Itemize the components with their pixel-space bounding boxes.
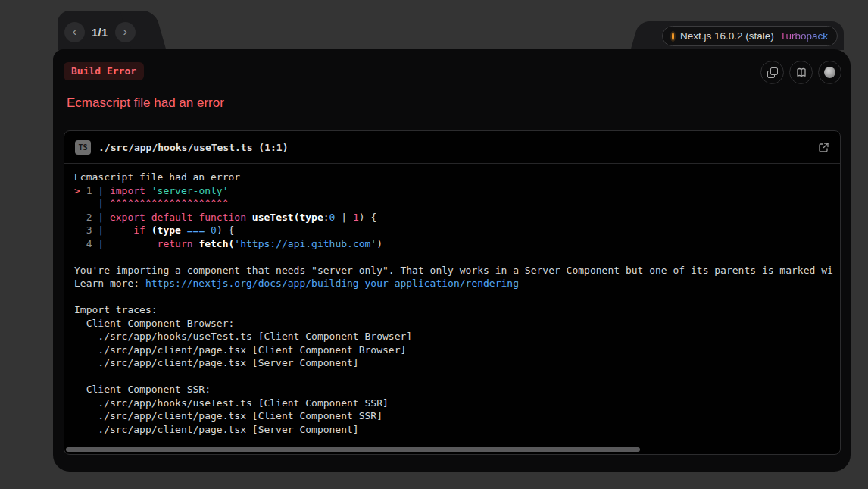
code-token: ./src/app/client/page.tsx [Server Compon… (74, 424, 359, 435)
code-line: ./src/app/client/page.tsx [Server Compon… (74, 423, 840, 437)
code-token: Client Component Browser: (74, 318, 234, 329)
code-token: Client Component SSR: (74, 384, 211, 395)
code-line: ./src/app/client/page.tsx [Client Compon… (74, 343, 840, 357)
copy-icon (767, 67, 778, 78)
code-line: ./src/app/hooks/useTest.ts [Client Compo… (74, 397, 840, 410)
pagination: ‹ 1/1 › (58, 11, 142, 42)
overlay-actions (760, 61, 841, 84)
code-frame-header: TS ./src/app/hooks/useTest.ts (1:1) (64, 131, 840, 164)
code-token: ^^^^^^^^^^^^^^^^^^^^ (110, 198, 229, 209)
code-line: Learn more: https://nextjs.org/docs/app/… (74, 277, 840, 290)
code-token (110, 224, 133, 236)
code-token: 1 (353, 212, 359, 223)
code-token: export (110, 212, 145, 223)
code-token: import (110, 185, 145, 196)
learn-more-link[interactable]: https://nextjs.org/docs/app/building-you… (145, 277, 519, 289)
code-token: 3 | (74, 224, 110, 236)
code-token: : (323, 212, 329, 223)
code-line: 4 | return fetch('https://api.github.com… (74, 237, 840, 251)
code-token: ./src/app/hooks/useTest.ts [Client Compo… (74, 331, 412, 342)
nextjs-dev-overlay: ‹ 1/1 › Next.js 16.0.2 (stale) Turbopack… (0, 0, 868, 489)
code-line: 2 | export default function useTest(type… (74, 211, 840, 224)
code-token: useTest(type (252, 212, 323, 223)
code-token: ./src/app/hooks/useTest.ts [Client Compo… (74, 397, 389, 409)
code-token: ./src/app/client/page.tsx [Client Compon… (74, 344, 406, 356)
code-line: 3 | if (type === 0) { (74, 224, 840, 237)
code-line (74, 250, 840, 264)
code-line: > 1 | import 'server-only' (74, 184, 840, 198)
code-token: ./src/app/client/page.tsx [Server Compon… (74, 357, 359, 368)
version-label: Next.js 16.0.2 (stale) (680, 30, 774, 42)
docs-button[interactable] (789, 61, 813, 84)
code-line: Ecmascript file had an error (74, 171, 840, 184)
version-badge[interactable]: Next.js 16.0.2 (stale) Turbopack (662, 26, 838, 46)
code-line: ./src/app/client/page.tsx [Server Compon… (74, 356, 840, 370)
code-token: Learn more: (74, 277, 145, 289)
code-token: | (335, 212, 352, 223)
next-error-button[interactable]: › (115, 22, 136, 42)
error-counter: 1/1 (92, 27, 108, 39)
external-link-icon (818, 142, 829, 153)
code-token (110, 238, 158, 249)
turbopack-label: Turbopack (780, 30, 828, 42)
theme-icon (824, 67, 835, 78)
code-token: > (74, 185, 86, 196)
code-line: You're importing a component that needs … (74, 264, 840, 277)
copy-button[interactable] (760, 61, 784, 84)
code-token (205, 224, 211, 236)
code-token: 0 (211, 224, 217, 236)
horizontal-scrollbar-thumb[interactable] (66, 447, 640, 452)
open-in-editor-button[interactable] (818, 142, 829, 153)
code-token: 'https://api.github.com' (234, 238, 376, 249)
version-tab: Next.js 16.0.2 (stale) Turbopack (650, 21, 844, 50)
code-token (246, 212, 252, 223)
code-line (74, 370, 840, 384)
theme-toggle-button[interactable] (818, 61, 841, 84)
code-token: === (187, 224, 205, 236)
code-line: | ^^^^^^^^^^^^^^^^^^^^ (74, 197, 840, 211)
code-token: | (74, 198, 110, 209)
file-path: ./src/app/hooks/useTest.ts (1:1) (98, 142, 810, 153)
code-token: Ecmascript file had an error (74, 171, 240, 183)
code-token: return (158, 238, 193, 249)
code-token: ) (376, 238, 382, 249)
code-token: ./src/app/client/page.tsx [Client Compon… (74, 410, 382, 422)
code-line (74, 290, 840, 304)
book-icon (795, 67, 807, 79)
code-line: ./src/app/client/page.tsx [Client Compon… (74, 409, 840, 423)
code-token (145, 212, 151, 223)
code-line: ./src/app/hooks/useTest.ts [Client Compo… (74, 330, 840, 343)
code-area: Ecmascript file had an error> 1 | import… (64, 164, 840, 436)
code-line: Client Component SSR: (74, 383, 840, 397)
code-token: function (198, 212, 246, 223)
code-token: (type (151, 224, 181, 236)
previous-error-button[interactable]: ‹ (64, 22, 85, 42)
code-token: You're importing a component that needs … (74, 265, 833, 276)
code-token: 1 | (86, 185, 110, 196)
error-title: Ecmascript file had an error (67, 96, 224, 111)
code-token: 2 | (74, 212, 110, 223)
code-frame-card: TS ./src/app/hooks/useTest.ts (1:1) Ecma… (64, 130, 841, 455)
code-token: if (133, 224, 145, 236)
code-token: Import traces: (74, 304, 158, 315)
code-token: fetch( (198, 238, 234, 249)
stale-indicator-dot-icon (672, 33, 674, 40)
code-token: ) { (359, 212, 376, 223)
code-line: Client Component Browser: (74, 317, 840, 331)
error-overlay-panel: Build Error Ecmascript file had an error (53, 49, 851, 472)
code-token: default (151, 212, 193, 223)
code-token: 'server-only' (151, 185, 229, 196)
code-token (145, 224, 151, 236)
error-pagination-tab: ‹ 1/1 › (58, 11, 142, 50)
typescript-file-icon: TS (75, 140, 91, 155)
code-token: ) { (217, 224, 234, 236)
code-token: 4 | (74, 238, 110, 249)
code-line: Import traces: (74, 303, 840, 317)
code-token (145, 185, 151, 196)
build-error-badge: Build Error (64, 62, 144, 80)
code-token (181, 224, 187, 236)
